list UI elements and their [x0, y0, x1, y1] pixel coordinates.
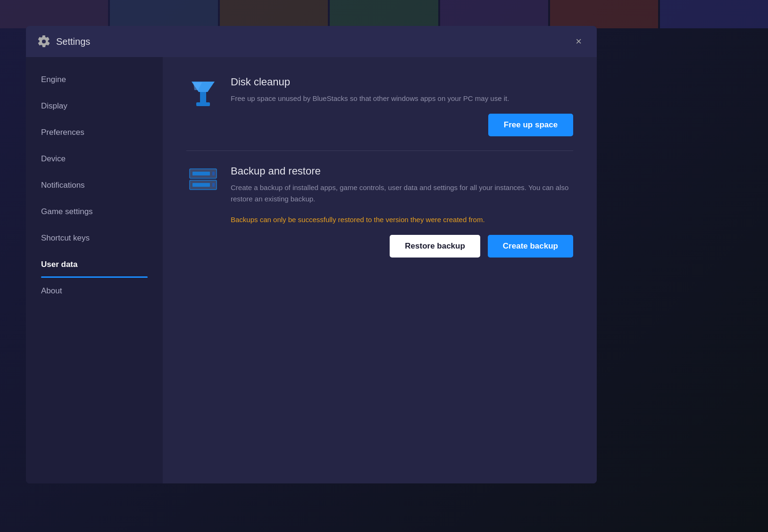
sidebar-item-game-settings[interactable]: Game settings [26, 199, 163, 225]
sidebar-item-engine[interactable]: Engine [26, 66, 163, 93]
backup-warning: Backups can only be successfully restore… [231, 214, 573, 225]
disk-cleanup-body: Disk cleanup Free up space unused by Blu… [231, 76, 573, 136]
backup-icon-container [186, 165, 219, 193]
sidebar-item-shortcut-keys[interactable]: Shortcut keys [26, 225, 163, 251]
title-bar: Settings × [26, 26, 597, 57]
svg-rect-1 [200, 92, 206, 102]
backup-restore-description: Create a backup of installed apps, game … [231, 182, 573, 205]
disk-cleanup-icon-container [186, 76, 219, 108]
section-divider [186, 150, 573, 151]
disk-cleanup-actions: Free up space [231, 114, 573, 136]
sidebar-item-user-data[interactable]: User data [26, 251, 163, 278]
backup-restore-section: Backup and restore Create a backup of in… [186, 165, 573, 258]
disk-cleanup-description: Free up space unused by BlueStacks so th… [231, 93, 573, 104]
disk-cleanup-section: Disk cleanup Free up space unused by Blu… [186, 76, 573, 136]
sidebar-item-display[interactable]: Display [26, 93, 163, 119]
background-thumbs [0, 0, 768, 28]
dialog-body: Engine Display Preferences Device Notifi… [26, 57, 597, 483]
backup-restore-icon [188, 167, 218, 193]
create-backup-button[interactable]: Create backup [488, 235, 573, 258]
sidebar-item-preferences[interactable]: Preferences [26, 119, 163, 146]
svg-rect-10 [192, 183, 210, 187]
disk-cleanup-title: Disk cleanup [231, 76, 573, 88]
free-up-space-button[interactable]: Free up space [488, 114, 573, 136]
backup-restore-actions: Restore backup Create backup [231, 235, 573, 258]
backup-restore-header: Backup and restore Create a backup of in… [186, 165, 573, 258]
sidebar-item-notifications[interactable]: Notifications [26, 172, 163, 199]
backup-restore-title: Backup and restore [231, 165, 573, 177]
title-left: Settings [37, 35, 90, 48]
svg-rect-7 [212, 172, 215, 175]
sidebar-item-device[interactable]: Device [26, 146, 163, 172]
svg-rect-6 [192, 172, 210, 175]
disk-cleanup-icon [188, 78, 218, 108]
settings-title: Settings [56, 36, 90, 47]
svg-rect-11 [212, 183, 215, 187]
backup-restore-body: Backup and restore Create a backup of in… [231, 165, 573, 258]
settings-dialog: Settings × Engine Display Preferences De… [26, 26, 597, 483]
restore-backup-button[interactable]: Restore backup [390, 235, 480, 258]
gear-icon [37, 35, 50, 48]
svg-rect-2 [196, 102, 210, 106]
close-button[interactable]: × [572, 34, 585, 49]
sidebar-item-about[interactable]: About [26, 278, 163, 304]
main-content: Disk cleanup Free up space unused by Blu… [163, 57, 597, 483]
disk-cleanup-header: Disk cleanup Free up space unused by Blu… [186, 76, 573, 136]
sidebar: Engine Display Preferences Device Notifi… [26, 57, 163, 483]
